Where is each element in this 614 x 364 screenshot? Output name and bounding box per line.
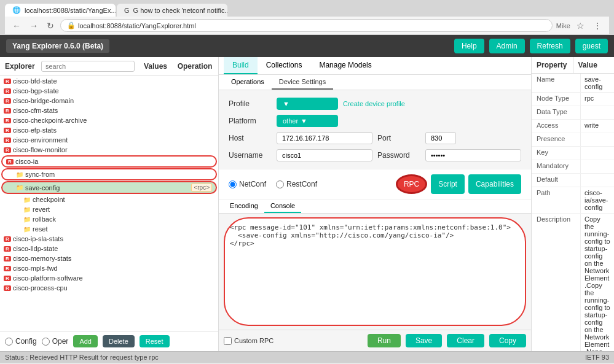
port-input[interactable] [425, 132, 456, 144]
custom-rpc-checkbox-group[interactable]: Custom RPC [224, 337, 274, 345]
capabilities-button[interactable]: Capabilities [468, 174, 521, 194]
menu-button[interactable]: ⋮ [591, 20, 604, 32]
browser-tabs: 🌐 localhost:8088/static/YangEx... ✕ G G … [5, 4, 609, 17]
explorer-tree[interactable]: R cisco-bfd-state R cisco-bgp-state R ci… [0, 76, 218, 331]
restconf-radio-label[interactable]: RestConf [276, 180, 317, 188]
tree-item-cisco-efp-stats[interactable]: R cisco-efp-stats [0, 125, 218, 135]
tree-item-cisco-checkpoint-archive[interactable]: R cisco-checkpoint-archive [0, 115, 218, 125]
main-tabs-bar: Build Collections Manage Models [219, 57, 531, 75]
prop-row-presence: Presence [532, 133, 614, 147]
console-tab[interactable]: Console [264, 199, 301, 213]
sub-tab-operations[interactable]: Operations [224, 75, 272, 90]
platform-value: other [283, 117, 298, 125]
encoding-console-tabs: Encoding Console [219, 199, 531, 214]
tree-item-cisco-ia[interactable]: R cisco-ia [1, 155, 217, 168]
tree-item-cisco-flow-monitor[interactable]: R cisco-flow-monitor [0, 145, 218, 155]
prop-key-value [581, 147, 614, 160]
tree-item-cisco-ip-sla-stats[interactable]: R cisco-ip-sla-stats [0, 234, 218, 244]
tree-item-rollback[interactable]: 📁 rollback [0, 214, 218, 224]
tab-build[interactable]: Build [224, 57, 258, 74]
config-radio[interactable] [5, 338, 13, 346]
forward-button[interactable]: → [27, 20, 41, 32]
refresh-button[interactable]: Refresh [530, 39, 570, 53]
oper-radio-group[interactable]: Oper [42, 337, 69, 346]
tree-item-revert[interactable]: 📁 revert [0, 204, 218, 214]
tree-item-cisco-platform-software[interactable]: R cisco-platform-software [0, 273, 218, 283]
encoding-tab[interactable]: Encoding [224, 199, 264, 213]
prop-row-path: Path cisco-ia/save-config [532, 187, 614, 214]
custom-rpc-checkbox[interactable] [224, 337, 232, 345]
prop-data-type-label: Data Type [532, 106, 581, 119]
config-label: Config [15, 337, 37, 346]
sub-tab-device-settings[interactable]: Device Settings [272, 75, 333, 90]
username-label: Username [229, 151, 272, 160]
tree-label: cisco-platform-software [13, 274, 215, 282]
prop-row-default: Default [532, 174, 614, 187]
tree-item-cisco-bgp-state[interactable]: R cisco-bgp-state [0, 86, 218, 96]
rk-icon: R [4, 88, 11, 94]
tree-item-cisco-memory-stats[interactable]: R cisco-memory-stats [0, 254, 218, 263]
prop-row-mandatory: Mandatory [532, 160, 614, 174]
tree-item-cisco-lldp-state[interactable]: R cisco-lldp-state [0, 244, 218, 254]
tree-label: revert [33, 206, 215, 213]
folder-icon: 📁 [16, 171, 23, 178]
app-header: Yang Explorer 0.6.0 (Beta) Help Admin Re… [0, 35, 614, 57]
back-button[interactable]: ← [10, 20, 23, 32]
rk-icon: R [4, 256, 11, 261]
script-button[interactable]: Script [431, 174, 465, 194]
tree-item-save-config[interactable]: 📁 save-config <rpc> [1, 181, 217, 194]
help-button[interactable]: Help [454, 39, 484, 53]
prop-node-type-label: Node Type [532, 93, 581, 106]
guest-button[interactable]: guest [575, 39, 608, 53]
tree-item-cisco-bfd-state[interactable]: R cisco-bfd-state [0, 76, 218, 86]
netconf-radio[interactable] [229, 180, 237, 188]
property-rows: Name save-config Node Type rpc Data Type… [532, 74, 614, 351]
create-profile-link[interactable]: Create device profile [343, 100, 405, 107]
oper-label: Oper [52, 337, 69, 346]
tree-item-checkpoint[interactable]: 📁 checkpoint [0, 195, 218, 204]
run-button[interactable]: Run [368, 334, 401, 347]
config-radio-group[interactable]: Config [5, 337, 37, 346]
rpc-button[interactable]: RPC [396, 174, 427, 194]
tab-collections[interactable]: Collections [258, 57, 311, 74]
browser-tab-yang[interactable]: 🌐 localhost:8088/static/YangEx... ✕ [5, 4, 116, 17]
tab-manage-models[interactable]: Manage Models [310, 57, 380, 74]
tree-label: sync-from [25, 171, 212, 178]
tree-item-cisco-bridge-domain[interactable]: R cisco-bridge-domain [0, 96, 218, 106]
address-bar[interactable]: 🔒 localhost:8088/static/YangExplorer.htm… [60, 19, 553, 32]
profile-select[interactable]: ▼ [277, 98, 338, 110]
copy-button[interactable]: Copy [489, 334, 526, 347]
reset-button[interactable]: Reset [140, 335, 170, 347]
host-input[interactable] [277, 132, 372, 144]
host-label: Host [229, 134, 272, 142]
bookmark-button[interactable]: ☆ [574, 20, 587, 32]
reload-button[interactable]: ↻ [44, 20, 57, 32]
username-input[interactable] [277, 149, 372, 161]
tree-label: cisco-checkpoint-archive [13, 117, 215, 124]
tree-item-cisco-cfm-stats[interactable]: R cisco-cfm-stats [0, 106, 218, 115]
platform-select[interactable]: other ▼ [277, 115, 338, 127]
password-input[interactable] [425, 149, 521, 161]
rk-icon: R [4, 276, 11, 281]
xml-editor[interactable]: <rpc message-id="101" xmlns="urn:ietf:pa… [224, 217, 526, 326]
action-buttons: RPC Script Capabilities [396, 174, 521, 194]
admin-button[interactable]: Admin [489, 39, 525, 53]
add-button[interactable]: Add [73, 335, 98, 347]
netconf-radio-label[interactable]: NetConf [229, 180, 266, 188]
restconf-radio[interactable] [276, 180, 284, 188]
tree-item-reset[interactable]: 📁 reset [0, 224, 218, 234]
tree-item-sync-from[interactable]: 📁 sync-from [1, 168, 217, 180]
tree-item-cisco-mpls-fwd[interactable]: R cisco-mpls-fwd [0, 263, 218, 273]
tree-item-cisco-environment[interactable]: R cisco-environment [0, 135, 218, 145]
browser-tab-google[interactable]: G G how to check 'netconf notific... ✕ [117, 4, 227, 17]
search-input[interactable] [41, 61, 135, 72]
property-panel: Property Value Name save-config Node Typ… [532, 57, 614, 351]
tree-item-cisco-process-cpu[interactable]: R cisco-process-cpu [0, 283, 218, 293]
prop-name-value: save-config [581, 74, 614, 92]
oper-radio[interactable] [42, 338, 50, 346]
address-text: localhost:8088/static/YangExplorer.html [78, 22, 196, 29]
save-button[interactable]: Save [406, 334, 442, 347]
clear-button[interactable]: Clear [447, 334, 484, 347]
delete-button[interactable]: Delete [103, 335, 135, 347]
prop-access-label: Access [532, 120, 581, 133]
